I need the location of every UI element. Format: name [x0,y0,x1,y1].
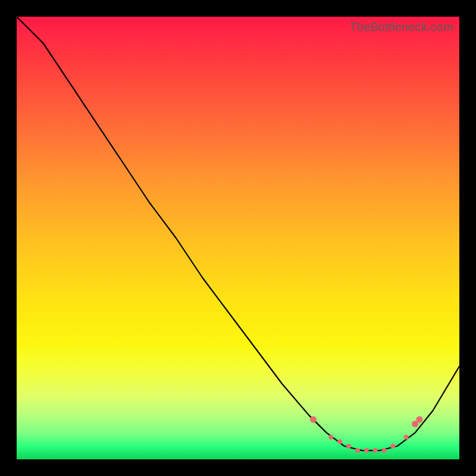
trough-dot [310,416,317,423]
trough-dot [382,448,387,453]
trough-dot [328,435,333,440]
trough-dot [346,444,351,449]
bottleneck-curve [17,17,459,450]
gradient-plot-area: TheBottleneck.com [17,17,459,459]
chart-frame: TheBottleneck.com [0,0,476,476]
trough-dot [337,439,342,444]
trough-dot [364,448,369,453]
trough-dot-group [310,416,423,453]
curve-layer [17,17,459,459]
trough-dot [373,448,378,453]
trough-dot [416,416,423,423]
trough-dot [404,435,409,440]
trough-dot [390,444,395,449]
trough-dot [355,448,360,453]
